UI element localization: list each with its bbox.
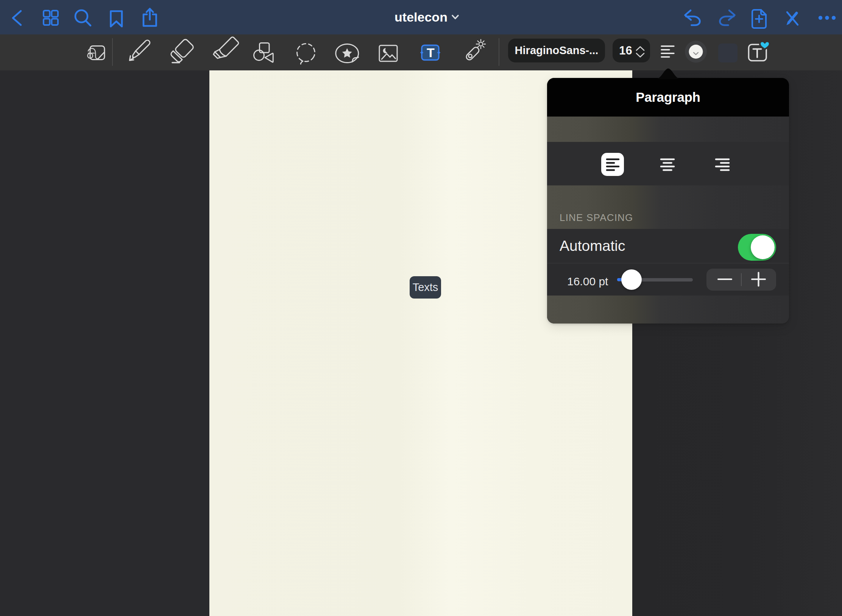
svg-text:T: T <box>427 45 435 60</box>
